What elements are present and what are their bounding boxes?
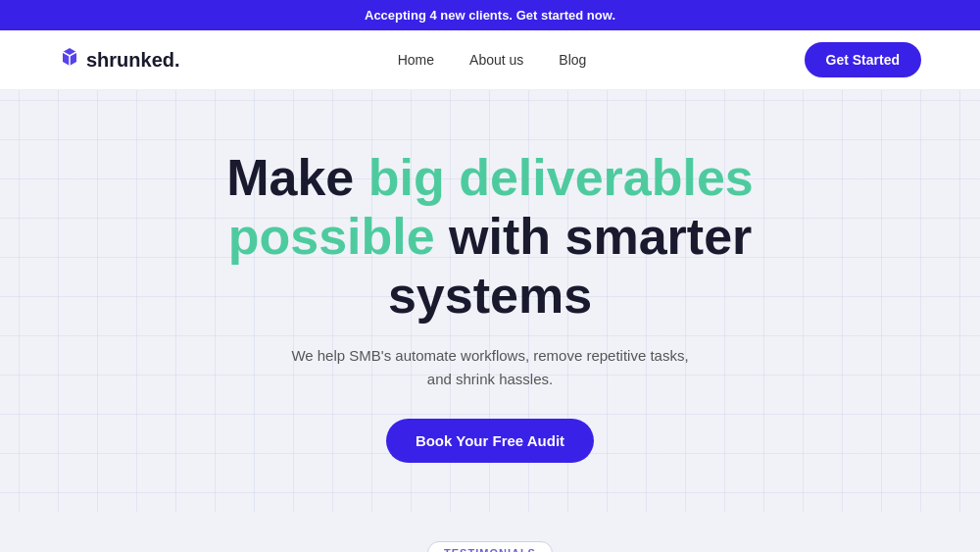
hero-subtext: We help SMB's automate workflows, remove…	[20, 344, 960, 391]
hero-cta-button[interactable]: Book Your Free Audit	[386, 419, 594, 463]
banner-cta[interactable]: Get started now.	[516, 8, 615, 23]
nav-about[interactable]: About us	[469, 52, 523, 68]
testimonials-badge: TESTIMONIALS	[427, 541, 553, 552]
hero-section: Make big deliverablespossible with smart…	[0, 90, 980, 512]
headline-part2: with smartersystems	[388, 208, 752, 324]
announcement-banner: Accepting 4 new clients. Get started now…	[0, 0, 980, 30]
logo[interactable]: shrunked.	[59, 46, 180, 74]
logo-text: shrunked.	[86, 49, 180, 72]
headline-part1: Make	[226, 149, 368, 206]
nav-home[interactable]: Home	[398, 52, 434, 68]
navbar: shrunked. Home About us Blog Get Started	[0, 30, 980, 90]
nav-cta-button[interactable]: Get Started	[805, 42, 921, 77]
nav-blog[interactable]: Blog	[559, 52, 586, 68]
testimonials-section: TESTIMONIALS Rated 5 stars by business o…	[0, 512, 980, 552]
hero-headline: Make big deliverablespossible with smart…	[147, 149, 833, 325]
nav-links: Home About us Blog	[398, 51, 587, 69]
logo-icon	[59, 46, 80, 74]
banner-text: Accepting 4 new clients.	[365, 8, 513, 23]
